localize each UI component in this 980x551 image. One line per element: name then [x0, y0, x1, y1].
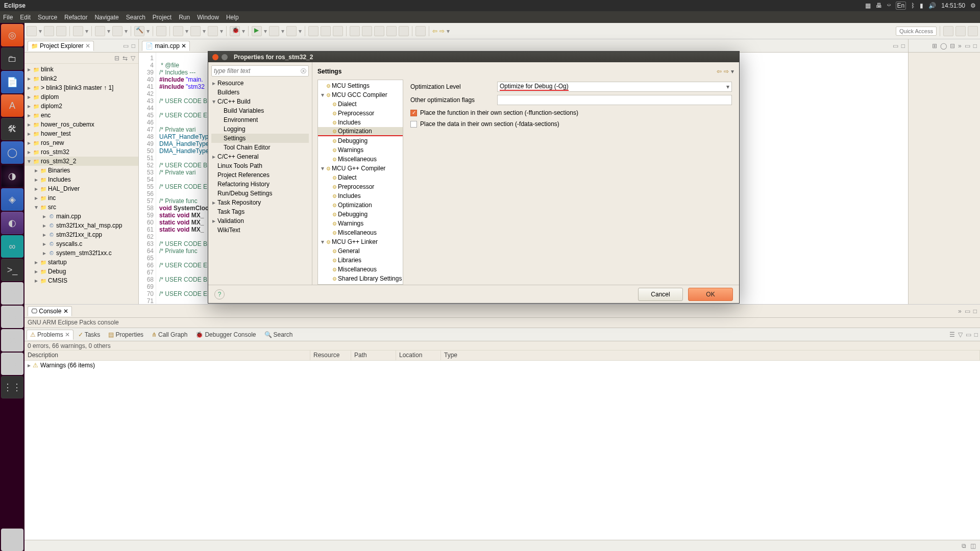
tab-properties[interactable]: ▤Properties	[105, 330, 147, 340]
settings-tree-item[interactable]: ▾⚙MCU G++ Compiler	[318, 164, 403, 173]
settings-tree-item[interactable]: ⚙Libraries	[318, 256, 403, 265]
tray-gear-icon[interactable]: ⚙	[970, 2, 976, 9]
category-item[interactable]: Tool Chain Editor	[211, 143, 309, 152]
tbtn-step5[interactable]	[399, 26, 409, 36]
tree-item[interactable]: ▸📁CMSIS	[24, 276, 138, 285]
tbtn-saveall[interactable]	[56, 26, 66, 36]
settings-tree-item[interactable]: ⚙Optimization	[318, 127, 403, 136]
dialog-close-icon[interactable]	[212, 54, 218, 60]
console-more-icon[interactable]: »	[958, 308, 962, 315]
ffunction-sections-checkbox[interactable]: ✓ Place the function in their own sectio…	[410, 107, 732, 118]
perspective-btn1[interactable]	[943, 26, 953, 36]
tree-item[interactable]: ▸©syscalls.c	[24, 239, 138, 248]
category-item[interactable]: WikiText	[211, 226, 309, 235]
perspective-btn2[interactable]	[955, 26, 966, 36]
column-header[interactable]: Resource	[310, 350, 351, 360]
problems-menu-icon[interactable]: ☰	[949, 331, 955, 338]
editor-code[interactable]: * @file/* Includes ---#include "main.#in…	[156, 53, 213, 304]
close-console-icon[interactable]: ✕	[63, 308, 68, 315]
nav-fwd-icon[interactable]: ⇨	[439, 28, 445, 35]
column-header[interactable]: Description	[24, 350, 310, 360]
settings-tree-item[interactable]: ⚙Optimization	[318, 201, 403, 210]
settings-tree-item[interactable]: ▾⚙MCU GCC Compiler	[318, 90, 403, 99]
ok-button[interactable]: OK	[688, 288, 733, 301]
settings-tree-item[interactable]: ⚙Miscellaneous	[318, 155, 403, 164]
problems-arrow-icon[interactable]: ▽	[958, 331, 963, 338]
dialog-nav-fwd-icon[interactable]: ⇨	[724, 68, 729, 75]
settings-tree-item[interactable]: ⚙Preprocessor	[318, 182, 403, 191]
tbtn-search[interactable]	[95, 26, 105, 36]
tray-clock[interactable]: 14:51:50	[941, 2, 965, 9]
close-tab-icon[interactable]: ✕	[181, 42, 186, 49]
quick-access-input[interactable]: Quick Access	[896, 27, 937, 36]
column-header[interactable]: Path	[351, 350, 396, 360]
tree-item[interactable]: ▸📁Binaries	[24, 166, 138, 175]
settings-tree-item[interactable]: ⚙Debugging	[318, 210, 403, 219]
tbtn-misc1[interactable]	[308, 26, 318, 36]
tbtn-pkg[interactable]	[156, 26, 166, 36]
tree-item[interactable]: ▸©stm32f1xx_hal_msp.cpp	[24, 221, 138, 230]
launcher-drive1-icon[interactable]: ⛀	[1, 306, 23, 328]
settings-tree-item[interactable]: ⚙Warnings	[318, 219, 403, 228]
tray-lang[interactable]: En	[896, 2, 906, 10]
launcher-app-icon[interactable]: ◑	[1, 165, 23, 187]
category-item[interactable]: Builders	[211, 88, 309, 97]
tbtn-step1[interactable]	[350, 26, 360, 36]
tbtn-misc2[interactable]	[321, 26, 331, 36]
tbtn-step3[interactable]	[374, 26, 384, 36]
column-header[interactable]: Location	[396, 350, 441, 360]
menu-project[interactable]: Project	[153, 14, 172, 21]
menu-edit[interactable]: Edit	[20, 14, 31, 21]
category-item[interactable]: Settings	[211, 134, 309, 143]
tray-wifi-icon[interactable]: ⌔	[887, 2, 891, 9]
tbtn-misc3[interactable]	[333, 26, 343, 36]
filter-clear-icon[interactable]: ⓧ	[301, 67, 306, 75]
console-max-icon[interactable]: □	[973, 308, 977, 315]
tray-battery-icon[interactable]: ▮	[920, 2, 923, 9]
problems-max-icon[interactable]: □	[974, 331, 978, 338]
settings-tree-item[interactable]: ⚙General	[318, 246, 403, 256]
dialog-nav-back-icon[interactable]: ⇦	[717, 68, 722, 75]
problems-min-icon[interactable]: ▭	[966, 331, 971, 338]
tree-item[interactable]: ▸📁blink	[24, 65, 138, 74]
project-explorer-tab[interactable]: 📁 Project Explorer ✕	[28, 41, 94, 51]
settings-tree-item[interactable]: ⚙Shared Library Settings	[318, 274, 403, 283]
launcher-vbox-icon[interactable]: ◈	[1, 188, 23, 211]
menu-run[interactable]: Run	[179, 14, 190, 21]
tab-problems[interactable]: ⚠Problems ✕	[27, 330, 74, 340]
close-icon[interactable]: ✕	[85, 42, 90, 49]
settings-tree-item[interactable]: ⚙MCU Settings	[318, 81, 403, 90]
other-flags-input[interactable]	[497, 95, 732, 105]
tree-item[interactable]: ▾📁src	[24, 203, 138, 212]
opt-level-select[interactable]: Optimize for Debug (-Og) ▾	[497, 82, 732, 92]
console-tab[interactable]: 🖵 Console ✕	[28, 306, 72, 316]
minimize-view-icon[interactable]: ▭	[123, 42, 129, 49]
category-item[interactable]: Logging	[211, 124, 309, 134]
tbtn-build[interactable]	[112, 26, 122, 36]
problems-warnings-row[interactable]: ▸ ⚠ Warnings (66 items)	[24, 361, 980, 370]
tbtn-open2[interactable]	[190, 26, 201, 36]
tbtn-hammer[interactable]: 🔨	[134, 26, 144, 36]
category-item[interactable]: Linux Tools Path	[211, 161, 309, 170]
tree-item[interactable]: ▸📁hower_test	[24, 129, 138, 138]
tray-bluetooth-icon[interactable]: ᛒ	[911, 2, 915, 9]
editor-tab-main[interactable]: 📄 main.cpp ✕	[142, 41, 190, 51]
tree-item[interactable]: ▸©main.cpp	[24, 212, 138, 221]
category-item[interactable]: Task Tags	[211, 207, 309, 216]
tray-volume-icon[interactable]: 🔊	[928, 2, 936, 9]
filter-input[interactable]	[214, 67, 301, 74]
category-item[interactable]: Run/Debug Settings	[211, 189, 309, 198]
tree-item[interactable]: ▸📁enc	[24, 111, 138, 120]
tree-item[interactable]: ▸©system_stm32f1xx.c	[24, 248, 138, 258]
tree-item[interactable]: ▸📁diplom2	[24, 102, 138, 111]
settings-tree-item[interactable]: ⚙Warnings	[318, 145, 403, 155]
collapse-all-icon[interactable]: ⊟	[114, 55, 119, 62]
tbtn-save[interactable]	[44, 26, 54, 36]
tbtn-step2[interactable]	[362, 26, 372, 36]
tbtn-pin[interactable]	[415, 26, 426, 36]
tray-grid-icon[interactable]: ▦	[865, 2, 871, 9]
outline-icon2[interactable]: ◯	[940, 42, 947, 49]
outline-icon1[interactable]: ⊞	[932, 42, 937, 49]
launcher-dash-icon[interactable]: ◎	[1, 24, 23, 46]
tree-item[interactable]: ▸📁hower_ros_cubemx	[24, 120, 138, 129]
